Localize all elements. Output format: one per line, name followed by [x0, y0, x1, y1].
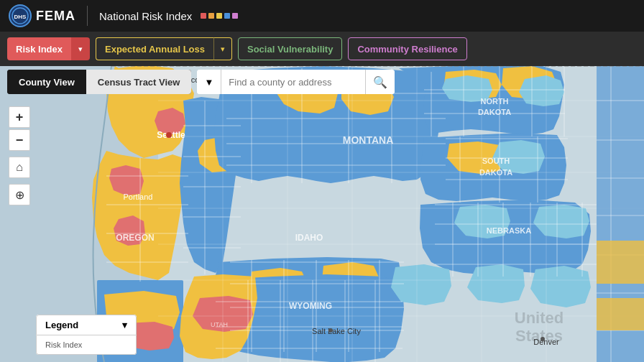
fema-emblem: DHS [9, 4, 32, 27]
locate-icon: ⊕ [15, 188, 24, 202]
svg-text:DAKOTA: DAKOTA [478, 108, 511, 116]
svg-marker-33 [467, 264, 525, 303]
legend-content: Risk Index [36, 335, 137, 355]
search-icon: 🔍 [373, 76, 387, 88]
dot-yellow [216, 13, 222, 19]
svg-text:United: United [515, 309, 564, 327]
expected-loss-dropdown[interactable]: ▾ [213, 37, 232, 60]
census-tract-button[interactable]: Census Tract View [86, 70, 192, 94]
fema-logo: DHS FEMA [9, 4, 75, 27]
home-button[interactable]: ⌂ [9, 157, 30, 178]
svg-text:Salt Lake City: Salt Lake City [312, 327, 361, 335]
zoom-out-button[interactable]: − [9, 129, 30, 151]
county-view-button[interactable]: County View [7, 70, 86, 94]
view-toggle: County View Census Tract View [7, 70, 191, 94]
svg-marker-32 [391, 264, 451, 305]
home-icon: ⌂ [16, 161, 23, 174]
svg-text:States: States [515, 327, 563, 345]
header: DHS FEMA National Risk Index [0, 0, 644, 32]
legend-title: Legend [45, 320, 78, 330]
legend-risk-index-label: Risk Index [45, 340, 82, 349]
expected-loss-tab-group[interactable]: Expected Annual Loss ▾ [96, 37, 232, 60]
search-button[interactable]: 🔍 [365, 70, 395, 94]
svg-text:DAKOTA: DAKOTA [479, 168, 512, 177]
svg-text:MONTANA: MONTANA [343, 134, 394, 146]
svg-point-141 [166, 132, 172, 138]
map-controls: County View Census Tract View ▼ 🔍 [0, 66, 644, 98]
search-input[interactable] [221, 77, 365, 88]
zoom-in-button[interactable]: + [9, 106, 30, 128]
social-vulnerability-button[interactable]: Social Vulnerability [238, 37, 342, 60]
dot-purple [232, 13, 238, 19]
app-title: National Risk Index [99, 10, 192, 22]
svg-rect-119 [597, 241, 644, 284]
legend-chevron-icon: ▾ [122, 320, 127, 330]
svg-text:IDAHO: IDAHO [295, 233, 323, 243]
svg-text:WYOMING: WYOMING [289, 301, 332, 311]
fema-label: FEMA [36, 9, 75, 24]
svg-text:DHS: DHS [14, 14, 27, 20]
search-container: ▼ 🔍 [197, 70, 395, 94]
locate-button[interactable]: ⊕ [9, 184, 30, 205]
svg-point-143 [540, 337, 545, 341]
expected-loss-button[interactable]: Expected Annual Loss [96, 37, 213, 60]
svg-text:UTAH: UTAH [211, 321, 228, 328]
filter-arrow-icon: ▼ [204, 77, 213, 88]
dot-red [201, 13, 206, 19]
filter-button[interactable]: ▼ [197, 70, 221, 94]
svg-text:NORTH: NORTH [480, 97, 508, 106]
svg-text:SOUTH: SOUTH [482, 157, 510, 165]
community-resilience-button[interactable]: Community Resilience [348, 37, 466, 60]
risk-index-tab-group[interactable]: Risk Index ▾ [7, 37, 90, 60]
zoom-controls: + − ⌂ ⊕ [9, 106, 30, 205]
svg-rect-120 [597, 298, 644, 330]
dot-blue [224, 13, 230, 19]
toolbar: Risk Index ▾ Expected Annual Loss ▾ Soci… [0, 32, 644, 66]
legend-panel: Legend ▾ Risk Index [36, 315, 137, 355]
risk-index-dropdown[interactable]: ▾ [71, 37, 90, 60]
color-legend-dots [201, 13, 238, 19]
svg-text:NEBRASKA: NEBRASKA [487, 226, 531, 235]
svg-marker-34 [530, 266, 591, 307]
dot-orange [208, 13, 214, 19]
risk-index-button[interactable]: Risk Index [7, 37, 71, 60]
svg-point-142 [328, 328, 333, 333]
svg-text:OREGON: OREGON [116, 233, 154, 243]
svg-text:Portland: Portland [124, 192, 153, 201]
header-divider [87, 6, 88, 26]
legend-header[interactable]: Legend ▾ [36, 315, 137, 335]
